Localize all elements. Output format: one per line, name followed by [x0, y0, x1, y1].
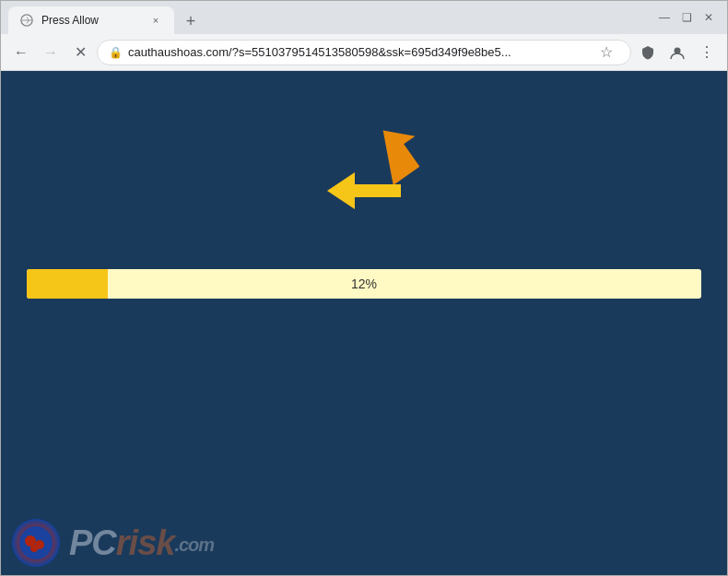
watermark-pc: PC: [69, 523, 116, 562]
more-options-button[interactable]: ⋮: [694, 40, 720, 65]
url-text: cauthaushoas.com/?s=5510379514513580598&…: [128, 45, 588, 59]
new-tab-button[interactable]: +: [178, 8, 204, 34]
svg-marker-5: [327, 172, 401, 209]
svg-point-9: [30, 545, 38, 552]
address-bar[interactable]: 🔒 cauthaushoas.com/?s=551037951451358059…: [97, 40, 631, 65]
toolbar: ← → ✕ 🔒 cauthaushoas.com/?s=551037951451…: [1, 34, 727, 71]
profile-button[interactable]: [664, 40, 690, 65]
back-button[interactable]: ←: [8, 40, 34, 65]
progress-bar-container: 12%: [27, 269, 701, 299]
window-controls: — ❑ ✕: [657, 11, 720, 24]
page-content: 12% PCrisk.com: [1, 71, 727, 575]
arrows-container: [336, 108, 447, 237]
shield-security-button[interactable]: [635, 40, 661, 65]
bookmark-star-icon[interactable]: ☆: [593, 40, 619, 65]
watermark-com: .com: [174, 535, 214, 555]
tab-favicon: [19, 13, 34, 28]
watermark-risk: risk: [116, 523, 175, 562]
progress-fill: [27, 269, 108, 299]
security-lock-icon: 🔒: [109, 46, 123, 59]
active-tab[interactable]: Press Allow ×: [8, 6, 174, 34]
title-bar: Press Allow × + — ❑ ✕: [1, 1, 727, 34]
yellow-arrow-icon: [327, 168, 401, 217]
progress-label: 12%: [351, 276, 377, 291]
forward-button[interactable]: →: [38, 40, 64, 65]
browser-window: Press Allow × + — ❑ ✕ ← → ✕ 🔒 cauthausho…: [0, 0, 728, 576]
watermark-logo: [12, 519, 60, 567]
minimize-button[interactable]: —: [657, 11, 672, 24]
tab-title: Press Allow: [41, 14, 141, 27]
reload-stop-button[interactable]: ✕: [67, 40, 93, 65]
close-window-button[interactable]: ✕: [701, 11, 716, 24]
watermark-text: PCrisk.com: [69, 523, 214, 563]
tab-close-button[interactable]: ×: [148, 13, 163, 28]
maximize-button[interactable]: ❑: [679, 11, 694, 24]
tab-bar: Press Allow × +: [8, 1, 653, 34]
watermark: PCrisk.com: [1, 511, 225, 575]
